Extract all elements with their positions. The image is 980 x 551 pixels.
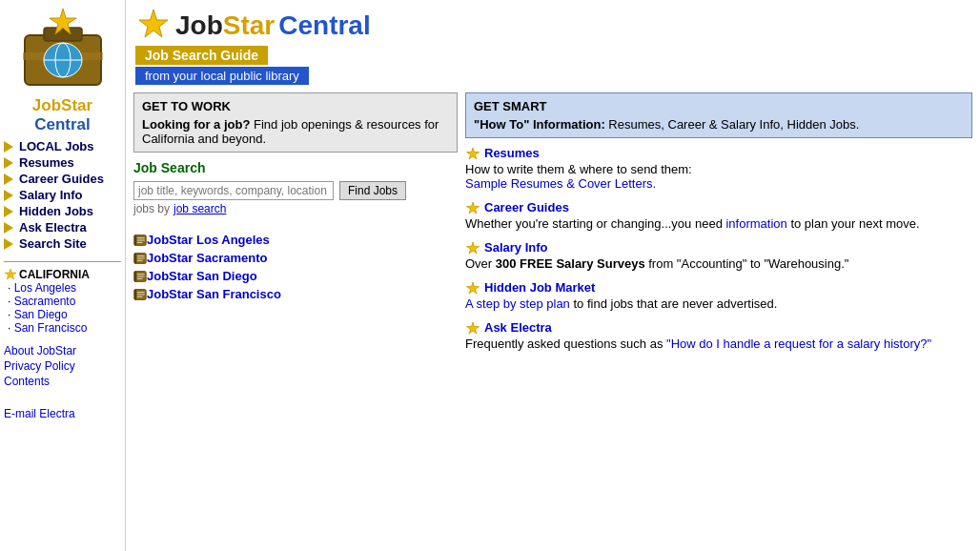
sidebar-city-la[interactable]: · Los Angeles — [4, 281, 121, 295]
salary-history-link[interactable]: "How do I handle a request for a salary … — [666, 337, 931, 351]
job-search-title: Job Search — [133, 160, 458, 175]
header: JobStar Central Job Search Guide from yo… — [126, 0, 980, 89]
email-electra-link[interactable]: E-mail Electra — [4, 407, 75, 420]
city-links: JobStar Los Angeles JobStar Sacramento — [133, 231, 458, 303]
career-guides-desc: Whether you're starting or changing...yo… — [465, 216, 972, 231]
right-item-ask-electra: Ask Electra Frequently asked questions s… — [465, 320, 972, 351]
sidebar-california-section: CALIFORNIA · Los Angeles · Sacramento · … — [4, 268, 121, 335]
right-item-hidden-job: Hidden Job Market A step by step plan to… — [465, 280, 972, 311]
ask-electra-link[interactable]: Ask Electra — [465, 320, 972, 335]
book-icon-sf — [133, 288, 147, 301]
job-search-form: Find Jobs jobs by job search — [133, 181, 458, 215]
book-icon-sac — [133, 252, 147, 265]
svg-marker-29 — [467, 148, 480, 159]
right-item-salary: Salary Info Over 300 FREE Salary Surveys… — [465, 240, 972, 271]
city-item-sac[interactable]: JobStar Sacramento — [133, 249, 458, 267]
logo-star-icon — [135, 8, 172, 44]
sidebar-footer: About JobStar Privacy Policy Contents E-… — [4, 344, 76, 422]
salary-icon — [465, 241, 480, 255]
right-items: Resumes How to write them & where to sen… — [465, 146, 972, 351]
right-item-career-guides: Career Guides Whether you're starting or… — [465, 200, 972, 231]
svg-rect-1 — [44, 28, 82, 41]
salary-surveys-bold: 300 FREE Salary Surveys — [496, 256, 648, 271]
sidebar-brand: JobStar Central — [4, 96, 121, 134]
sidebar-logo — [10, 4, 115, 94]
main-content: JobStar Central Job Search Guide from yo… — [126, 0, 980, 551]
resumes-icon — [465, 147, 480, 160]
sidebar-city-sac[interactable]: · Sacramento — [4, 295, 121, 308]
logo-area: JobStar Central Job Search Guide from yo… — [135, 8, 371, 85]
career-info-link[interactable]: information — [725, 216, 786, 231]
hidden-job-market-link[interactable]: Hidden Job Market — [465, 280, 972, 295]
sample-resumes-link[interactable]: Sample Resumes & Cover Letters. — [465, 176, 656, 191]
get-to-work-text: Looking for a job? Find job openings & r… — [142, 117, 449, 146]
arrow-icon — [4, 173, 15, 185]
sidebar-city-sf[interactable]: · San Francisco — [4, 321, 121, 335]
arrow-icon — [4, 222, 15, 234]
salary-info-link[interactable]: Salary Info — [465, 240, 972, 255]
svg-rect-10 — [134, 235, 136, 245]
arrow-icon — [4, 238, 15, 250]
sidebar-item-search-site[interactable]: Search Site — [4, 235, 121, 252]
svg-marker-30 — [467, 202, 480, 214]
sidebar-item-salary-info[interactable]: Salary Info — [4, 187, 121, 203]
search-input[interactable] — [133, 181, 334, 200]
get-smart-title: GET SMART — [474, 99, 964, 113]
ask-electra-desc: Frequently asked questions such as "How … — [465, 337, 972, 351]
sidebar-city-sd[interactable]: · San Diego — [4, 308, 121, 321]
left-panel: GET TO WORK Looking for a job? Find job … — [133, 92, 458, 547]
hidden-job-desc: A step by step plan to find jobs that ar… — [465, 296, 972, 311]
job-search-link[interactable]: job search — [174, 202, 226, 215]
job-search-section: Job Search Find Jobs jobs by job search — [133, 156, 458, 219]
arrow-icon — [4, 206, 15, 217]
header-from-text: from your local public library — [135, 67, 309, 85]
search-row: Find Jobs — [133, 181, 458, 200]
career-guides-link[interactable]: Career Guides — [465, 200, 972, 214]
book-icon-la — [133, 234, 147, 247]
salary-desc: Over 300 FREE Salary Surveys from "Accou… — [465, 256, 972, 271]
city-item-sf[interactable]: JobStar San Francisco — [133, 285, 458, 303]
resumes-link[interactable]: Resumes — [465, 146, 972, 160]
arrow-icon — [4, 190, 15, 201]
logo-jobstar-text: JobStar — [175, 10, 275, 41]
find-jobs-button[interactable]: Find Jobs — [339, 181, 406, 200]
contents-link[interactable]: Contents — [4, 375, 76, 388]
how-to-label: "How To" Information: — [474, 117, 605, 132]
arrow-icon — [4, 157, 15, 169]
book-icon-sd — [133, 270, 147, 283]
divider — [4, 261, 121, 262]
arrow-icon — [4, 141, 15, 153]
svg-marker-31 — [467, 242, 480, 254]
get-to-work-title: GET TO WORK — [142, 99, 449, 113]
sidebar-item-ask-electra[interactable]: Ask Electra — [4, 219, 121, 235]
get-smart-body: Resumes, Career & Salary Info, Hidden Jo… — [608, 117, 859, 132]
resumes-desc: How to write them & where to send them: … — [465, 162, 972, 191]
svg-marker-8 — [139, 10, 168, 37]
step-by-step-link[interactable]: A step by step plan — [465, 296, 570, 311]
get-smart-box: GET SMART "How To" Information: Resumes,… — [465, 92, 972, 138]
sidebar-item-resumes[interactable]: Resumes — [4, 154, 121, 171]
svg-rect-20 — [134, 271, 136, 281]
hidden-job-icon — [465, 281, 480, 295]
get-to-work-box: GET TO WORK Looking for a job? Find job … — [133, 92, 458, 153]
svg-rect-15 — [134, 253, 136, 263]
content-area: GET TO WORK Looking for a job? Find job … — [126, 89, 980, 551]
career-guides-icon — [465, 201, 480, 214]
svg-marker-32 — [467, 282, 480, 294]
header-subtitle: Job Search Guide — [135, 46, 268, 65]
right-item-resumes: Resumes How to write them & where to sen… — [465, 146, 972, 191]
looking-for-job: Looking for a job? — [142, 117, 250, 132]
california-title: CALIFORNIA — [4, 268, 121, 281]
get-smart-text: "How To" Information: Resumes, Career & … — [474, 117, 964, 132]
sidebar-item-career-guides[interactable]: Career Guides — [4, 171, 121, 187]
city-item-la[interactable]: JobStar Los Angeles — [133, 231, 458, 249]
sidebar-item-local-jobs[interactable]: LOCAL Jobs — [4, 138, 121, 154]
city-item-sd[interactable]: JobStar San Diego — [133, 267, 458, 285]
svg-rect-25 — [134, 289, 136, 299]
svg-marker-7 — [5, 269, 16, 279]
sidebar-nav: LOCAL Jobs Resumes Career Guides Salary … — [4, 138, 121, 252]
sidebar-item-hidden-jobs[interactable]: Hidden Jobs — [4, 203, 121, 219]
jobs-by-row: jobs by job search — [133, 202, 458, 215]
privacy-policy-link[interactable]: Privacy Policy — [4, 359, 76, 373]
about-jobstar-link[interactable]: About JobStar — [4, 344, 76, 357]
